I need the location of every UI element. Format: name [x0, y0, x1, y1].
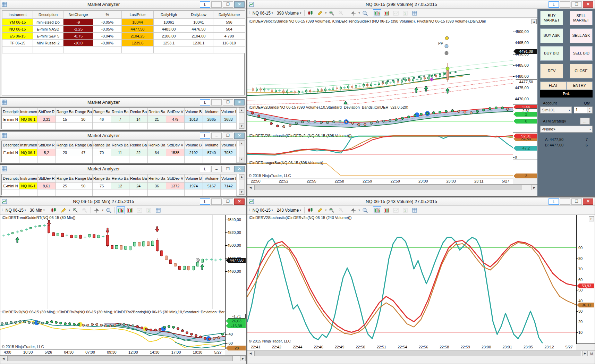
titlebar[interactable]: Market AnalyzerL–❐✕ [0, 98, 246, 107]
scroll-right-button[interactable]: ▶ [532, 185, 537, 190]
buy-ask-button[interactable]: BUY ASK [540, 28, 563, 43]
close-button[interactable]: ✕ [234, 166, 245, 172]
link-button[interactable]: L [549, 198, 559, 205]
f-button[interactable]: F [589, 216, 594, 221]
titlebar[interactable]: Market AnalyzerL–❐✕ [0, 132, 246, 140]
horizontal-scrollbar[interactable]: ◀ ▶ [247, 184, 537, 191]
chart-plot-lower[interactable]: iCinDERv2i(NQ 06-15 (30 Min)), iCinDERv2… [0, 309, 225, 349]
chart-panel-icon[interactable] [373, 9, 381, 17]
data-box-icon[interactable]: $ [401, 9, 409, 17]
close-button[interactable]: ✕ [583, 1, 593, 8]
maximize-button[interactable]: ❐ [223, 1, 233, 8]
quantity-stepper[interactable]: 1 ▲▼ [574, 107, 593, 113]
sell-market-button[interactable]: SELL MARKET [570, 11, 593, 25]
maximize-button[interactable]: ❐ [223, 133, 233, 139]
column-header[interactable]: iVolume [203, 141, 221, 149]
column-header[interactable]: Renko Ba [129, 175, 148, 183]
column-header[interactable]: iVolume [203, 175, 221, 183]
column-header[interactable]: Volume B [185, 175, 203, 183]
drag-handle[interactable]: ⁞ [2, 208, 2, 212]
titlebar[interactable]: Market AnalyzerL–❐✕ [0, 165, 246, 173]
scroll-down-icon[interactable]: ▼ [239, 124, 244, 129]
column-header[interactable]: Renko Ba [148, 141, 166, 149]
grid-icon[interactable] [410, 9, 419, 17]
column-header[interactable]: Range Ba [56, 141, 74, 149]
sell-ask-button[interactable]: SELL ASK [570, 28, 593, 43]
maximize-button[interactable]: ❐ [223, 99, 233, 105]
minimize-button[interactable]: – [211, 133, 222, 139]
table-row[interactable]: E-mini NNQ 06-13,31153046714214791018266… [2, 116, 237, 123]
qty-down-icon[interactable]: ▼ [587, 110, 592, 113]
marker-box-button[interactable]: M [589, 351, 594, 356]
column-header[interactable]: Volume B [185, 108, 203, 116]
minimize-button[interactable]: – [560, 1, 570, 8]
chart-plot-ranger[interactable]: iCinDERrangerBar(NQ 06-15 (398 Volume)) … [247, 160, 513, 178]
scroll-left-button[interactable]: ◀ [1, 356, 6, 361]
vertical-scrollbar[interactable]: ▲▼ [239, 141, 245, 162]
data-box-icon[interactable]: $ [401, 206, 409, 214]
scroll-left-button[interactable]: ◀ [248, 351, 253, 356]
vertical-scrollbar[interactable]: ▲▼ [239, 174, 245, 195]
table-row[interactable]: NQ 06-15E-mini NASD-2,25-0,05%4477,50448… [2, 26, 245, 33]
titlebar[interactable]: NQ 06-15 (398 Volume) 27.05.2015 L – ❐ ✕ [247, 0, 595, 9]
table-row[interactable]: E-mini NNQ 06-18,61255075122436137219745… [2, 183, 237, 189]
scroll-up-icon[interactable]: ▲ [239, 108, 244, 113]
column-header[interactable]: StdDev V [166, 175, 185, 183]
scroll-thumb[interactable] [254, 185, 521, 190]
column-header-description[interactable]: Description [33, 11, 63, 19]
chart-style-icon[interactable] [306, 9, 315, 17]
column-header[interactable]: Volume B [185, 141, 203, 149]
titlebar[interactable]: Market Analyzer L – ❐ ✕ [0, 0, 246, 9]
chart-panel-icon[interactable] [373, 206, 381, 214]
column-header[interactable]: Descriptio [2, 175, 19, 183]
interval-select[interactable]: 243 Volume▾ [275, 207, 303, 213]
scroll-up-button[interactable]: ▲ [532, 19, 537, 24]
grid-icon[interactable] [410, 206, 419, 214]
buy-bid-button[interactable]: BUY BID [540, 46, 563, 61]
chart-plot-main[interactable]: iCinDERVelocityBands(NQ 06-15 (398 Volum… [247, 18, 513, 105]
table-row[interactable]: TF 06-15Mini Russel 2-10,0-0,80%1239,612… [2, 40, 245, 46]
chart-mini-icon[interactable] [392, 206, 400, 214]
zoom-in-icon[interactable] [328, 206, 336, 214]
column-header[interactable]: Range Ba [74, 108, 93, 116]
close-button[interactable]: ✕ [234, 1, 245, 8]
column-header-%[interactable]: % [93, 11, 122, 19]
column-header[interactable]: Volume Ba [221, 175, 237, 183]
atm-strategy-select[interactable]: <None>▾ [540, 126, 593, 133]
reverse-button[interactable]: REV [540, 64, 563, 78]
column-header[interactable]: iVolume [203, 108, 221, 116]
instrument-select[interactable]: NQ 06-15▾ [4, 207, 27, 213]
column-header[interactable]: Range Ba [93, 141, 111, 149]
chart-panel-icon[interactable] [117, 206, 125, 214]
crosshair-icon[interactable] [349, 206, 357, 214]
chart-trader-icon[interactable] [382, 206, 391, 214]
column-header[interactable]: Instrumen [19, 141, 37, 149]
titlebar[interactable]: NQ 06-15 (243 Volume) 27.05.2015 L – ❐ ✕ [247, 197, 595, 206]
entry-button[interactable]: ENTRY [567, 82, 593, 90]
chart-trader-icon[interactable] [126, 206, 134, 214]
chart-trader-icon[interactable] [382, 9, 391, 17]
drag-handle[interactable]: ⁞ [249, 11, 249, 15]
link-button[interactable]: L [200, 198, 210, 205]
link-button[interactable]: L [200, 1, 210, 8]
column-header-dailyhigh[interactable]: DailyHigh [154, 11, 184, 19]
close-button[interactable]: ✕ [234, 133, 245, 139]
column-header[interactable]: Volume Ba [221, 108, 237, 116]
scroll-up-icon[interactable]: ▲ [239, 174, 244, 179]
minimize-button[interactable]: – [211, 99, 222, 105]
horizontal-sc rollbar[interactable]: ◀ ▶ M [247, 350, 595, 356]
column-header[interactable]: Descriptio [2, 141, 19, 149]
minimize-button[interactable]: – [211, 1, 222, 8]
minimize-button[interactable]: – [211, 198, 222, 205]
column-header[interactable]: Range Ba [93, 175, 111, 183]
zoom-region-icon[interactable] [361, 9, 369, 17]
buy-market-button[interactable]: BUY MARKET [540, 11, 563, 25]
zoom-out-icon[interactable] [80, 206, 89, 214]
column-header[interactable]: StdDev V [166, 141, 185, 149]
table-row[interactable]: YM 06-15mini-sized Do-9-0,05%18044180611… [2, 19, 245, 26]
zoom-in-icon[interactable] [71, 206, 79, 214]
zoom-out-icon[interactable] [337, 206, 345, 214]
column-header[interactable]: Range Ba [56, 108, 74, 116]
scroll-right-button[interactable]: ▶ [240, 356, 246, 361]
close-button[interactable]: ✕ [234, 198, 245, 205]
